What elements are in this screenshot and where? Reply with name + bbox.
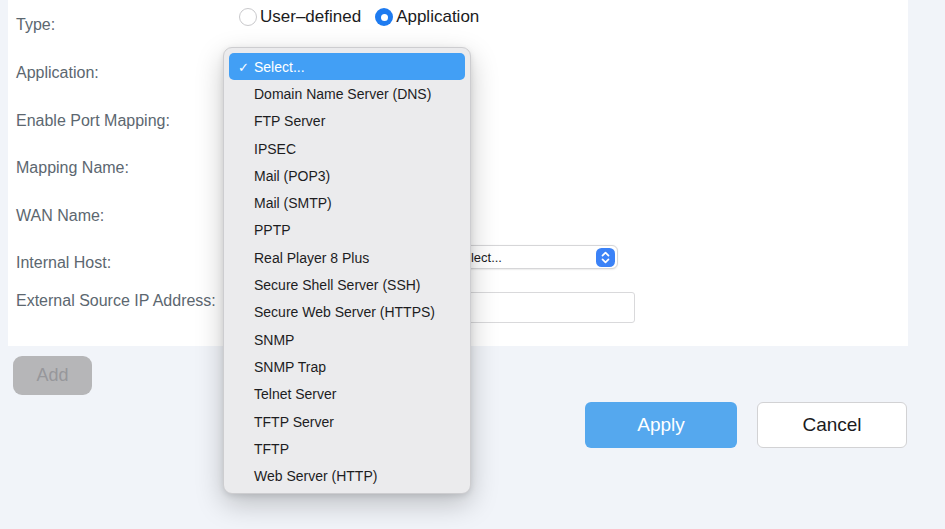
menu-item-web-server-http[interactable]: Web Server (HTTP) [224,462,470,489]
application-dropdown-menu: ✓ Select... Domain Name Server (DNS) FTP… [223,47,471,494]
add-button[interactable]: Add [13,356,92,395]
menu-item-label: Web Server (HTTP) [254,468,377,484]
menu-item-snmp-trap[interactable]: SNMP Trap [224,353,470,380]
radio-unselected-icon[interactable] [239,8,257,26]
menu-item-label: IPSEC [254,141,296,157]
radio-selected-icon[interactable] [375,8,393,26]
wan-name-label: WAN Name: [16,199,104,232]
menu-item-mail-pop3[interactable]: Mail (POP3) [224,162,470,189]
menu-item-label: Telnet Server [254,386,336,402]
menu-item-label: Select... [254,59,305,75]
menu-item-label: FTP Server [254,113,325,129]
menu-item-label: Domain Name Server (DNS) [254,86,431,102]
mapping-name-label: Mapping Name: [16,151,129,184]
menu-item-dns[interactable]: Domain Name Server (DNS) [224,80,470,107]
menu-item-label: TFTP [254,441,289,457]
menu-item-ftp-server[interactable]: FTP Server [224,108,470,135]
menu-item-real-player-8-plus[interactable]: Real Player 8 Plus [224,244,470,271]
menu-item-snmp[interactable]: SNMP [224,326,470,353]
menu-item-select[interactable]: ✓ Select... [229,53,465,80]
menu-item-pptp[interactable]: PPTP [224,217,470,244]
menu-item-ssh[interactable]: Secure Shell Server (SSH) [224,271,470,298]
select-stepper-icon[interactable] [596,248,615,267]
menu-item-label: SNMP [254,332,294,348]
menu-item-telnet-server[interactable]: Telnet Server [224,381,470,408]
menu-item-label: Mail (POP3) [254,168,330,184]
radio-application-label: Application [396,7,479,27]
port-mapping-settings-page: Type: Application: Enable Port Mapping: … [0,0,945,529]
menu-item-label: Secure Web Server (HTTPS) [254,304,435,320]
menu-item-ipsec[interactable]: IPSEC [224,135,470,162]
menu-item-mail-smtp[interactable]: Mail (SMTP) [224,189,470,216]
type-label: Type: [16,8,55,41]
internal-host-label: Internal Host: [16,246,111,279]
menu-item-label: Secure Shell Server (SSH) [254,277,421,293]
cancel-button[interactable]: Cancel [757,402,907,448]
external-source-ip-label: External Source IP Address: [16,284,216,317]
menu-item-label: Real Player 8 Plus [254,250,369,266]
apply-button[interactable]: Apply [585,402,737,448]
type-radio-group: User–defined Application [239,7,479,27]
radio-user-defined[interactable]: User–defined [239,7,361,27]
menu-item-label: PPTP [254,222,291,238]
menu-item-label: Mail (SMTP) [254,195,332,211]
application-label: Application: [16,56,99,89]
radio-application[interactable]: Application [375,7,479,27]
menu-item-https[interactable]: Secure Web Server (HTTPS) [224,299,470,326]
menu-item-tftp[interactable]: TFTP [224,435,470,462]
menu-item-tftp-server[interactable]: TFTP Server [224,408,470,435]
up-down-chevrons-icon [600,250,611,265]
radio-user-defined-label: User–defined [260,7,361,27]
checkmark-icon: ✓ [238,59,249,74]
menu-item-label: SNMP Trap [254,359,326,375]
enable-port-mapping-label: Enable Port Mapping: [16,104,170,137]
menu-item-label: TFTP Server [254,414,334,430]
